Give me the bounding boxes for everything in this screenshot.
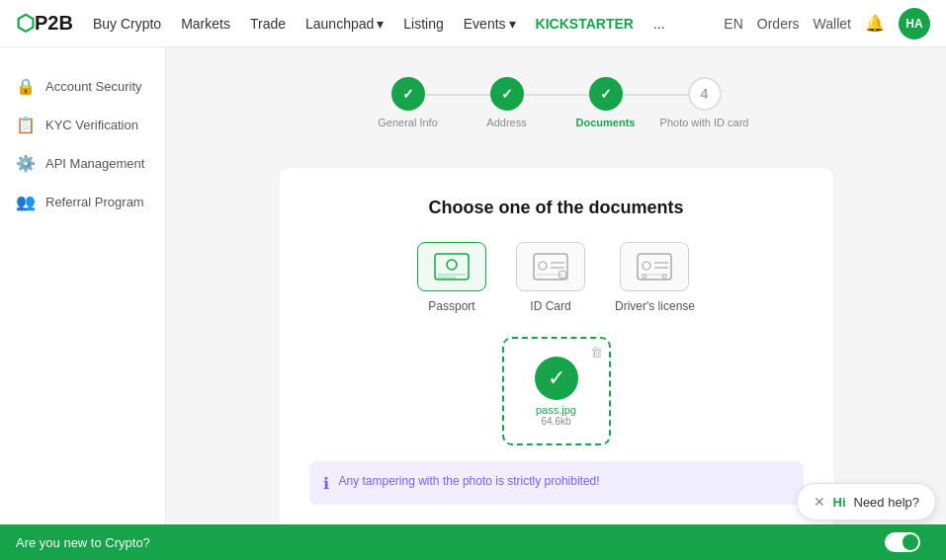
svg-text:○: ○	[560, 273, 563, 279]
nav-language[interactable]: EN	[724, 16, 742, 32]
id-card-icon-box: ○	[516, 242, 585, 291]
info-icon: ℹ	[323, 474, 329, 493]
step-circle-2: ✓	[490, 77, 524, 111]
nav-markets[interactable]: Markets	[181, 16, 230, 32]
nav-actions: EN Orders Wallet 🔔 HA	[724, 8, 930, 40]
chevron-down-icon: ▾	[509, 16, 516, 32]
nav-events[interactable]: Events ▾	[464, 16, 516, 32]
sidebar-item-label: API Management	[45, 156, 144, 171]
avatar[interactable]: HA	[899, 8, 930, 40]
doc-option-id-card[interactable]: ○ ID Card	[516, 242, 585, 313]
step-circle-4: 4	[688, 77, 722, 111]
nav-trade[interactable]: Trade	[250, 16, 286, 32]
step-label-4: Photo with ID card	[660, 117, 749, 128]
trash-icon[interactable]: 🗑	[590, 345, 603, 360]
chat-text: Need help?	[854, 495, 920, 510]
step-photo-id: 4 Photo with ID card	[655, 77, 754, 128]
logo-icon: ⬡	[16, 11, 35, 37]
sidebar-item-label: Account Security	[45, 79, 142, 94]
doc-label-drivers-license: Driver's license	[615, 299, 695, 313]
bottom-bar-text: Are you new to Crypto?	[16, 535, 150, 550]
bottom-toggle[interactable]	[885, 532, 920, 552]
sidebar: 🔒 Account Security 📋 KYC Verification ⚙️…	[0, 47, 166, 560]
upload-check-icon: ✓	[535, 357, 578, 400]
steps-container: ✓ General Info ✓ Address ✓ Documents 4 P…	[186, 67, 926, 138]
nav-more[interactable]: ...	[653, 16, 665, 32]
nav-kickstarter[interactable]: KICKSTARTER	[536, 16, 634, 32]
step-documents: ✓ Documents	[557, 77, 655, 128]
doc-option-passport[interactable]: Passport	[417, 242, 486, 313]
step-circle-3: ✓	[589, 77, 623, 111]
sidebar-item-label: Referral Program	[45, 195, 144, 209]
sidebar-item-api[interactable]: ⚙️ API Management	[0, 144, 165, 183]
logo-text: P2B	[35, 12, 73, 35]
warning-box: ℹ Any tampering with the photo is strict…	[309, 461, 804, 505]
document-card: Choose one of the documents Passport	[280, 168, 833, 560]
doc-options: Passport ○ ID Card	[309, 242, 804, 313]
doc-label-id-card: ID Card	[530, 299, 570, 313]
drivers-license-icon-box	[620, 242, 689, 291]
app-layout: 🔒 Account Security 📋 KYC Verification ⚙️…	[0, 47, 946, 560]
bottom-bar: Are you new to Crypto?	[0, 524, 946, 560]
doc-label-passport: Passport	[428, 299, 474, 313]
api-icon: ⚙️	[16, 154, 36, 173]
nav-buy-crypto[interactable]: Buy Crypto	[93, 16, 161, 32]
doc-option-drivers-license[interactable]: Driver's license	[615, 242, 695, 313]
upload-filename: pass.jpg	[536, 404, 576, 416]
nav-wallet[interactable]: Wallet	[814, 16, 851, 32]
upload-filesize: 64.6kb	[541, 416, 570, 427]
step-label-1: General Info	[378, 117, 438, 128]
bell-icon[interactable]: 🔔	[865, 14, 885, 33]
sidebar-item-account-security[interactable]: 🔒 Account Security	[0, 67, 165, 106]
card-title: Choose one of the documents	[309, 198, 804, 218]
nav-launchpad[interactable]: Launchpad ▾	[305, 16, 384, 32]
svg-rect-0	[435, 254, 469, 280]
step-general-info: ✓ General Info	[359, 77, 458, 128]
lock-icon: 🔒	[16, 77, 36, 96]
sidebar-item-kyc[interactable]: 📋 KYC Verification	[0, 106, 165, 144]
logo[interactable]: ⬡ P2B	[16, 11, 73, 37]
sidebar-item-label: KYC Verification	[45, 118, 138, 132]
chat-close-icon[interactable]: ✕	[814, 494, 825, 510]
nav-orders[interactable]: Orders	[757, 16, 800, 32]
passport-icon-box	[417, 242, 486, 291]
kyc-icon: 📋	[16, 116, 36, 134]
chat-hi: Hi	[833, 495, 846, 510]
sidebar-item-referral[interactable]: 👥 Referral Program	[0, 183, 165, 221]
chat-bubble: ✕ Hi Need help?	[797, 483, 937, 520]
warning-text: Any tampering with the photo is strictly…	[339, 473, 600, 490]
step-label-3: Documents	[576, 117, 636, 128]
referral-icon: 👥	[16, 193, 36, 211]
chevron-down-icon: ▾	[377, 16, 384, 32]
step-address: ✓ Address	[458, 77, 557, 128]
step-circle-1: ✓	[391, 77, 425, 111]
nav-listing[interactable]: Listing	[403, 16, 443, 32]
step-label-2: Address	[486, 117, 526, 128]
upload-area[interactable]: 🗑 ✓ pass.jpg 64.6kb	[502, 337, 611, 445]
navbar: ⬡ P2B Buy Crypto Markets Trade Launchpad…	[0, 0, 946, 47]
